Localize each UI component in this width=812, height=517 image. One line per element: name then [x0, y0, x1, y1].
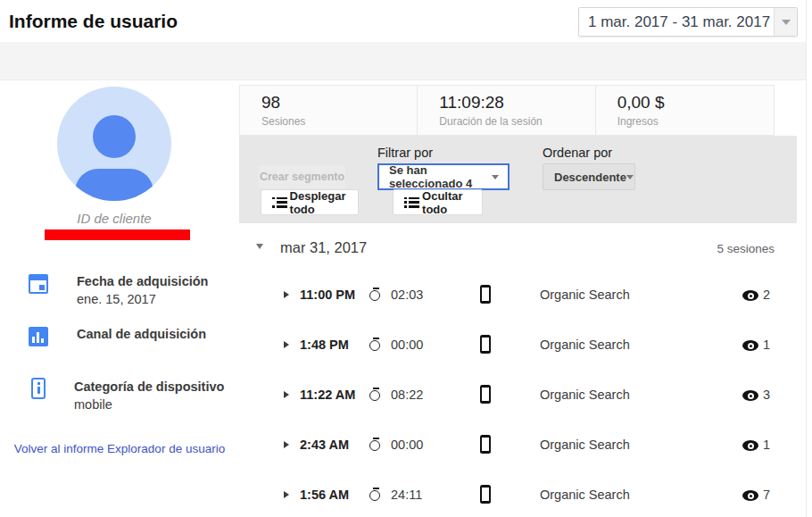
attr-value: mobile	[74, 396, 224, 413]
pageviews-eye-icon	[742, 440, 758, 451]
attr-label: Canal de adquisición	[77, 325, 206, 343]
session-time: 11:00 PM	[300, 288, 355, 302]
header: Informe de usuario 1 mar. 2017 - 31 mar.…	[0, 0, 812, 42]
client-id-caption: ID de cliente	[0, 211, 228, 226]
stat-value: 98	[261, 93, 417, 113]
expand-row-icon[interactable]	[284, 391, 289, 398]
redacted-client-id	[45, 229, 190, 240]
filter-by-label: Filtrar por	[377, 146, 433, 160]
collapse-all-button[interactable]: Ocultar todo	[393, 189, 483, 215]
attr-label: Fecha de adquisición	[77, 272, 208, 290]
order-by-label: Ordenar por	[543, 146, 612, 160]
sidebar-item-acquisition-channel: Canal de adquisición	[29, 325, 206, 346]
order-select-value: Descendente	[543, 171, 626, 184]
group-session-count: 5 sesiones	[596, 242, 775, 255]
mobile-device-icon	[31, 378, 46, 399]
session-duration: 00:00	[391, 338, 423, 352]
date-range-caret-zone[interactable]	[774, 8, 797, 36]
pageviews-eye-icon	[742, 390, 758, 401]
pageviews-count: 1	[763, 438, 770, 452]
smartphone-icon	[480, 335, 491, 354]
timer-icon	[369, 288, 382, 301]
create-segment-button[interactable]: Crear segmento	[259, 165, 345, 188]
group-date: mar 31, 2017	[280, 239, 367, 256]
sidebar-item-device-category: Categoría de dispositivo mobile	[29, 378, 224, 413]
scrollbar-track[interactable]	[806, 0, 812, 517]
session-time: 11:22 AM	[300, 388, 355, 402]
timer-icon	[369, 488, 382, 501]
avatar-person-icon	[93, 115, 136, 158]
summary-stats: 98 Sesiones 11:09:28 Duración de la sesi…	[239, 85, 775, 136]
collapse-list-icon	[404, 197, 415, 208]
session-duration: 02:03	[391, 288, 423, 302]
session-row: 2:43 AM 00:00 Organic Search 1	[239, 420, 797, 470]
expand-all-label: Desplegar todo	[290, 189, 347, 216]
stat-label: Sesiones	[261, 115, 417, 128]
bar-chart-icon	[29, 327, 48, 346]
session-row: 11:00 PM 02:03 Organic Search 2	[239, 270, 797, 320]
session-time: 1:48 PM	[300, 338, 349, 352]
session-channel: Organic Search	[540, 288, 630, 302]
session-duration: 08:22	[391, 388, 423, 402]
stat-session-duration: 11:09:28 Duración de la sesión	[418, 86, 595, 135]
pageviews-eye-icon	[742, 340, 758, 351]
expand-row-icon[interactable]	[284, 341, 289, 348]
session-row: 1:56 AM 24:11 Organic Search 7	[239, 470, 797, 517]
page-title: Informe de usuario	[9, 11, 178, 32]
session-channel: Organic Search	[540, 388, 630, 402]
timer-icon	[369, 438, 382, 451]
date-range-value: 1 mar. 2017 - 31 mar. 2017	[579, 13, 774, 31]
pageviews-count: 1	[763, 338, 770, 352]
chevron-down-icon	[782, 20, 791, 25]
collapse-all-label: Ocultar todo	[422, 189, 471, 216]
expand-list-icon	[272, 197, 283, 208]
expand-row-icon[interactable]	[284, 291, 289, 298]
expand-row-icon[interactable]	[284, 441, 289, 448]
session-channel: Organic Search	[540, 338, 630, 352]
timer-icon	[369, 388, 382, 401]
expand-row-icon[interactable]	[284, 491, 289, 498]
user-report-page: Informe de usuario 1 mar. 2017 - 31 mar.…	[0, 0, 812, 517]
filter-toolbar: Filtrar por Ordenar por Crear segmento S…	[239, 136, 797, 223]
smartphone-icon	[480, 385, 491, 404]
session-time: 1:56 AM	[300, 488, 349, 502]
sub-header-bar	[0, 42, 806, 80]
stat-label: Duración de la sesión	[439, 115, 594, 128]
pageviews-count: 7	[763, 488, 770, 502]
calendar-icon	[29, 274, 48, 294]
chevron-down-icon	[626, 175, 634, 179]
smartphone-icon	[480, 435, 491, 454]
order-select[interactable]: Descendente	[543, 163, 635, 190]
stat-value: 0,00 $	[617, 93, 774, 113]
pageviews-count: 3	[763, 388, 770, 402]
stat-label: Ingresos	[617, 115, 774, 128]
group-collapse-icon[interactable]	[256, 244, 263, 249]
filter-select[interactable]: Se han seleccionado 4	[377, 163, 510, 190]
date-range-selector[interactable]: 1 mar. 2017 - 31 mar. 2017	[578, 7, 798, 37]
pageviews-eye-icon	[742, 490, 758, 501]
chevron-down-icon	[492, 175, 499, 179]
stat-value: 11:09:28	[439, 93, 594, 113]
session-row: 1:48 PM 00:00 Organic Search 1	[239, 320, 797, 370]
session-channel: Organic Search	[540, 438, 630, 452]
attr-label: Categoría de dispositivo	[74, 378, 224, 396]
timer-icon	[369, 338, 382, 351]
expand-all-button[interactable]: Desplegar todo	[261, 189, 359, 215]
pageviews-eye-icon	[742, 290, 758, 301]
session-duration: 24:11	[391, 488, 422, 502]
sidebar-item-acquisition-date: Fecha de adquisición ene. 15, 2017	[29, 272, 208, 308]
stat-sessions: 98 Sesiones	[240, 86, 418, 135]
session-time: 2:43 AM	[300, 438, 349, 452]
smartphone-icon	[480, 485, 491, 504]
session-row: 11:22 AM 08:22 Organic Search 3	[239, 370, 797, 420]
session-channel: Organic Search	[540, 488, 630, 502]
smartphone-icon	[480, 285, 491, 304]
filter-select-value: Se han seleccionado 4	[379, 163, 492, 190]
attr-value: ene. 15, 2017	[77, 290, 208, 308]
session-duration: 00:00	[391, 438, 423, 452]
pageviews-count: 2	[763, 288, 770, 302]
back-to-user-explorer-link[interactable]: Volver al informe Explorador de usuario	[0, 442, 239, 455]
stat-revenue: 0,00 $ Ingresos	[596, 86, 774, 135]
user-avatar	[57, 87, 171, 201]
